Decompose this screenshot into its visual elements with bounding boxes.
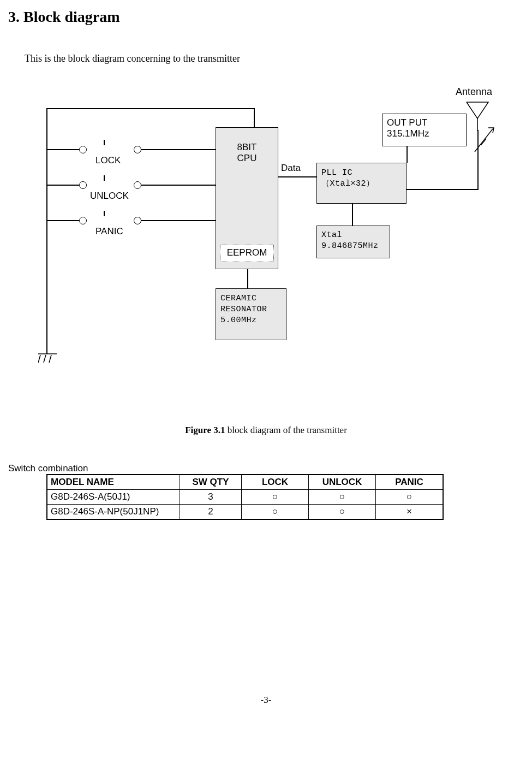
xtal-block: Xtal 9.846875MHz (316, 226, 390, 258)
cell-qty: 2 (180, 505, 242, 520)
th-swqty: SW QTY (180, 475, 242, 490)
cpu-line2: CPU (237, 153, 257, 163)
switch-terminal-icon (134, 181, 141, 189)
switch-terminal-icon (79, 217, 87, 224)
cell-panic: ○ (376, 490, 444, 505)
res-line1: CERAMIC (220, 294, 257, 303)
svg-line-4 (44, 355, 46, 363)
ground-icon (38, 353, 57, 365)
xtal-line1: Xtal (321, 230, 342, 240)
table-title: Switch combination (8, 463, 524, 474)
th-panic: PANIC (376, 475, 444, 490)
page-number: -3- (8, 695, 524, 706)
cell-panic: × (376, 505, 444, 520)
antenna-label: Antenna (456, 86, 492, 98)
xtal-line2: 9.846875MHz (321, 241, 379, 251)
resonator-block: CERAMIC RESONATOR 5.00MHz (216, 288, 286, 340)
th-lock: LOCK (242, 475, 309, 490)
figure-caption: Figure 3.1 block diagram of the transmit… (8, 425, 524, 436)
block-diagram: Antenna LOCK UNLOCK PANIC 8BIT (25, 86, 532, 398)
res-line2: RESONATOR (220, 305, 267, 314)
antenna-arrow-icon (472, 125, 499, 157)
table-row: G8D-246S-A-NP(50J1NP) 2 ○ ○ × (47, 505, 443, 520)
switch-terminal-icon (134, 146, 141, 153)
unlock-switch-label: UNLOCK (90, 191, 129, 202)
output-block: OUT PUT 315.1MHz (382, 114, 467, 146)
cell-qty: 3 (180, 490, 242, 505)
cell-lock: ○ (242, 505, 309, 520)
pll-line2: （Xtal×32） (321, 179, 375, 188)
svg-line-3 (38, 355, 40, 363)
output-line1: OUT PUT (387, 117, 427, 128)
pll-block: PLL IC （Xtal×32） (316, 163, 407, 204)
section-heading: 3. Block diagram (8, 8, 524, 26)
cell-model: G8D-246S-A(50J1) (47, 490, 180, 505)
switch-combination-table: MODEL NAME SW QTY LOCK UNLOCK PANIC G8D-… (46, 474, 444, 520)
switch-terminal-icon (79, 146, 87, 153)
cell-lock: ○ (242, 490, 309, 505)
th-model: MODEL NAME (47, 475, 180, 490)
lock-switch-label: LOCK (95, 155, 121, 166)
cell-model: G8D-246S-A-NP(50J1NP) (47, 505, 180, 520)
table-row: G8D-246S-A(50J1) 3 ○ ○ ○ (47, 490, 443, 505)
pll-line1: PLL IC (321, 168, 352, 177)
eeprom-block: EEPROM (220, 245, 274, 262)
th-unlock: UNLOCK (309, 475, 376, 490)
cell-unlock: ○ (309, 490, 376, 505)
res-line3: 5.00MHz (220, 316, 257, 325)
panic-switch-label: PANIC (95, 226, 123, 237)
cell-unlock: ○ (309, 505, 376, 520)
switch-terminal-icon (79, 181, 87, 189)
section-number: 3. (8, 8, 20, 25)
data-label: Data (281, 163, 301, 174)
switch-terminal-icon (134, 217, 141, 224)
output-line2: 315.1MHz (387, 128, 429, 139)
section-title-text: Block diagram (23, 8, 120, 25)
figure-number: Figure 3.1 (185, 425, 225, 435)
cpu-line1: 8BIT (237, 142, 257, 152)
svg-line-5 (49, 355, 51, 363)
figure-caption-text: block diagram of the transmitter (225, 425, 347, 435)
intro-paragraph: This is the block diagram concerning to … (25, 53, 524, 64)
